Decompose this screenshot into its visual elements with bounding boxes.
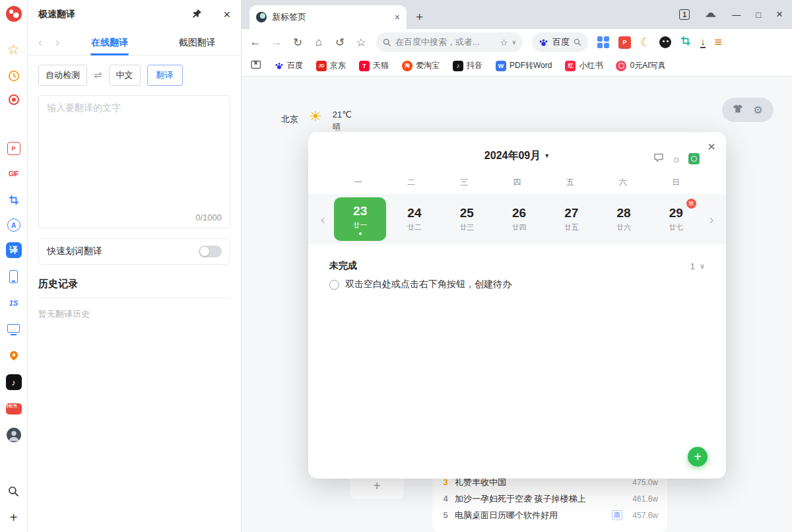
refresh-icon[interactable]: ↻ [292, 36, 304, 50]
screen-record-icon[interactable] [9, 94, 19, 105]
mini-apps-grid-icon[interactable] [6, 116, 22, 131]
xiaohongshu-icon[interactable]: 小红书 [6, 401, 22, 416]
bookmark-xiaohongshu[interactable]: 红 小红书 [565, 60, 603, 71]
weather-widget[interactable]: 北京 ☀ 21℃ 晴 [281, 110, 352, 133]
calendar-day-selected[interactable]: 23 廿一 [334, 197, 386, 241]
pdf2word-icon: W [496, 61, 506, 71]
favorite-page-icon[interactable]: ☆ [500, 38, 508, 48]
search-icon [383, 38, 391, 47]
pdf-tools-icon[interactable]: P [7, 142, 20, 155]
address-bar[interactable]: 在百度中搜索，或者... ☆ ∨ [376, 32, 523, 52]
bookmark-pdf2word[interactable]: W PDF转Word [496, 60, 552, 71]
maximize-button[interactable]: □ [756, 10, 761, 20]
tab-count-box[interactable]: 1 [679, 9, 690, 20]
day-lunar: 廿五 [564, 222, 579, 232]
bookmarks-manager-icon[interactable] [251, 60, 261, 72]
green-app-icon[interactable] [688, 153, 700, 164]
ad-tag-badge: 商 [612, 510, 622, 520]
translate-panel-icon-active[interactable]: 译 [6, 242, 22, 258]
xiaohongshu-icon: 红 [565, 61, 576, 71]
todo-collapse-icon[interactable]: ∨ [700, 262, 705, 271]
apps-grid-icon[interactable] [597, 36, 609, 48]
week-days: 23 廿一 24 廿二 25 廿三 26 廿四 [332, 194, 702, 244]
hat-icon[interactable] [705, 9, 717, 21]
tab-close-icon[interactable]: × [395, 12, 400, 22]
tab-online-translate[interactable]: 在线翻译 [66, 29, 154, 55]
bookmark-baidu[interactable]: 百度 [275, 60, 303, 71]
bookmark-label: PDF转Word [510, 60, 552, 71]
pdf-extension-icon[interactable]: P [618, 36, 631, 49]
reopen-closed-tab-icon[interactable]: ↺ [334, 36, 346, 50]
bookmark-douyin[interactable]: ♪ 抖音 [453, 60, 482, 71]
translate-button[interactable]: 翻译 [147, 65, 183, 86]
todo-radio[interactable] [329, 280, 339, 290]
calendar-day[interactable]: 25 廿三 [441, 194, 493, 244]
pin-icon[interactable] [192, 9, 202, 21]
browser-tab[interactable]: 新标签页 × [249, 5, 407, 29]
bookmark-ai-photo[interactable]: 0元AI写真 [616, 60, 665, 71]
weekday: 五 [544, 177, 597, 188]
forward-icon[interactable]: → [271, 36, 282, 49]
hot-row[interactable]: 5 电脑桌面日历哪个软件好用 商 457.6w [442, 507, 658, 523]
tab-screenshot-translate[interactable]: 截图翻译 [154, 29, 242, 55]
add-todo-fab[interactable]: + [688, 447, 708, 467]
extension-ball-icon[interactable] [659, 36, 671, 48]
user-avatar[interactable] [6, 427, 22, 443]
gif-tool-icon[interactable]: GIF [6, 166, 22, 182]
message-icon[interactable] [653, 152, 664, 165]
douyin-icon[interactable]: ♪ [6, 374, 22, 390]
screenshot-icon[interactable] [680, 36, 691, 49]
engine-search-icon[interactable] [574, 38, 581, 46]
strip-add-icon[interactable]: + [6, 510, 22, 525]
calendar-day[interactable]: 26 廿四 [493, 194, 545, 244]
search-engine-box[interactable]: 百度 [532, 32, 588, 52]
xiaohongshu-badge: 小红书 [6, 403, 22, 415]
month-caret-icon: ▼ [544, 152, 550, 159]
cast-screen-icon[interactable] [6, 321, 22, 337]
calendar-day[interactable]: 28 廿六 [597, 194, 649, 244]
home-icon[interactable]: ⌂ [313, 36, 325, 49]
address-dropdown-icon[interactable]: ∨ [512, 39, 516, 46]
history-clock-icon[interactable] [6, 68, 22, 84]
wallpaper-shirt-icon[interactable] [733, 104, 743, 116]
brightness-icon[interactable]: ☼ [671, 153, 681, 165]
screen-translate-icon[interactable]: A [7, 218, 20, 232]
panel-forward-icon[interactable]: › [49, 35, 66, 50]
night-mode-moon-icon[interactable]: ☾ [640, 36, 650, 50]
prev-week-icon[interactable]: ‹ [314, 211, 332, 227]
translate-input[interactable] [39, 96, 230, 207]
screenshot-crop-icon[interactable] [6, 192, 22, 208]
app-logo-icon[interactable] [6, 6, 22, 22]
bookmark-taobao[interactable]: 淘 爱淘宝 [402, 60, 440, 71]
bookmark-star-icon[interactable]: ☆ [355, 36, 367, 50]
download-icon[interactable]: ↓ [700, 37, 706, 48]
panel-close-icon[interactable]: × [223, 8, 230, 22]
strip-search-icon[interactable] [6, 483, 22, 499]
minimize-button[interactable]: — [732, 10, 741, 20]
new-tab-button[interactable]: + [416, 11, 423, 23]
swap-langs-icon[interactable]: ⇌ [94, 69, 102, 81]
bookmark-jd[interactable]: JD 京东 [316, 60, 346, 71]
panel-back-icon[interactable]: ‹ [32, 35, 49, 50]
bookmark-tmall[interactable]: T 天猫 [359, 60, 389, 71]
grid-dot [604, 36, 609, 42]
map-pin-icon[interactable] [6, 348, 22, 364]
source-lang-button[interactable]: 自动检测 [38, 65, 87, 86]
settings-gear-icon[interactable]: ⚙ [753, 104, 762, 116]
hot-row[interactable]: 4 加沙一孕妇死于空袭 孩子掉楼梯上 461.6w [442, 490, 658, 507]
window-close-button[interactable]: × [776, 8, 783, 21]
next-week-icon[interactable]: › [702, 211, 721, 227]
favorites-star-icon[interactable]: ☆ [6, 42, 22, 57]
todo-title: 未完成 [329, 260, 690, 272]
speed-1s-icon[interactable]: 1S [6, 295, 22, 311]
back-icon[interactable]: ← [249, 36, 261, 49]
menu-icon[interactable]: ≡ [715, 35, 722, 50]
quick-translate-toggle[interactable] [199, 246, 222, 257]
phone-connect-icon[interactable] [6, 269, 22, 284]
calendar-day[interactable]: 24 廿二 [388, 194, 440, 244]
calendar-toolbar-icons: ☼ [653, 152, 700, 165]
hot-rank: 5 [442, 510, 449, 520]
calendar-day[interactable]: 29 廿七 班 [650, 194, 702, 244]
calendar-day[interactable]: 27 廿五 [545, 194, 597, 244]
target-lang-button[interactable]: 中文 [109, 65, 141, 86]
